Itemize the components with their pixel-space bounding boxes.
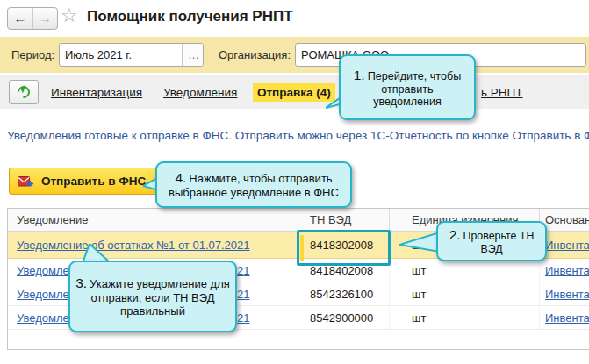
- empty-table-row: [8, 330, 589, 349]
- callout-tail: [399, 230, 440, 254]
- organization-label: Организация:: [219, 48, 291, 61]
- callout-2-check-tnved: 2.Проверьте ТН ВЭД: [436, 221, 547, 261]
- callout-number: 1.: [354, 68, 365, 82]
- notification-link[interactable]: Уведомление об остатках №1 от 01.07.2021: [17, 239, 249, 252]
- column-header-tnved[interactable]: ТН ВЭД: [291, 209, 390, 231]
- tab-uvedomleniya[interactable]: Уведомления: [163, 86, 237, 99]
- basis-link[interactable]: Инвента: [545, 239, 589, 252]
- callout-4-press-send: 4.Нажмите, чтобы отправить выбранное уве…: [155, 161, 352, 208]
- callout-text: Проверьте ТН ВЭД: [463, 230, 535, 255]
- basis-link[interactable]: Инвента: [545, 311, 589, 325]
- send-mail-icon: [18, 175, 34, 188]
- callout-text: Укажите уведомление для отправки, если Т…: [90, 277, 230, 318]
- favorite-star-icon[interactable]: ☆: [61, 4, 78, 27]
- forward-arrow-icon: →: [39, 11, 52, 25]
- column-header-basis[interactable]: Основан: [540, 209, 589, 231]
- rnpt-assistant-window: ← → ☆ Помощник получения РНПТ Период: … …: [0, 0, 589, 364]
- callout-3-select-notification: 3.Укажите уведомление для отправки, если…: [68, 261, 237, 332]
- send-to-fns-button[interactable]: Отправить в ФНС: [9, 168, 159, 195]
- tnved-value: 8542326100: [291, 282, 390, 305]
- forward-button[interactable]: →: [32, 8, 57, 29]
- period-input[interactable]: [60, 44, 182, 66]
- basis-link[interactable]: Инвента: [545, 288, 589, 301]
- period-more-button[interactable]: …: [182, 44, 203, 66]
- unit-value: шт: [390, 259, 540, 282]
- page-title: Помощник получения РНПТ: [87, 8, 293, 25]
- tnved-value: 8418402008: [291, 259, 390, 282]
- unit-value: шт: [390, 282, 540, 305]
- refresh-button[interactable]: [9, 80, 39, 104]
- tab-strip: Инвентаризация Уведомления Отправка (4) …: [0, 75, 589, 109]
- column-header-notification[interactable]: Уведомление: [8, 209, 291, 231]
- callout-text: Нажмите, чтобы отправить выбранное уведо…: [169, 172, 339, 199]
- tnved-value: 8542900000: [291, 306, 390, 329]
- info-message: Уведомления готовые к отправке в ФНС. От…: [7, 129, 588, 142]
- send-button-label: Отправить в ФНС: [41, 175, 146, 188]
- callout-text: Перейдите, чтобы отправить уведомления: [368, 70, 462, 108]
- period-field: …: [59, 43, 204, 67]
- back-arrow-icon: ←: [14, 11, 27, 25]
- basis-link[interactable]: Инвента: [545, 264, 589, 277]
- back-button[interactable]: ←: [8, 8, 32, 29]
- callout-1-go-to-send: 1.Перейдите, чтобы отправить уведомления: [339, 54, 476, 120]
- refresh-icon: [18, 86, 30, 98]
- nav-button-group: ← →: [7, 7, 58, 30]
- tab-rnpt-partial[interactable]: ь РНПТ: [481, 86, 523, 99]
- tab-otpravka-active[interactable]: Отправка (4): [253, 83, 335, 102]
- tnved-value: 8418302008: [291, 232, 390, 258]
- callout-number: 3.: [75, 275, 87, 290]
- callout-number: 2.: [449, 227, 461, 242]
- unit-value: шт: [390, 306, 540, 329]
- callout-number: 4.: [175, 170, 186, 185]
- filter-bar: Период: … Организация:: [0, 37, 589, 73]
- period-label: Период:: [11, 48, 54, 61]
- tab-inventarizaciya[interactable]: Инвентаризация: [51, 86, 142, 99]
